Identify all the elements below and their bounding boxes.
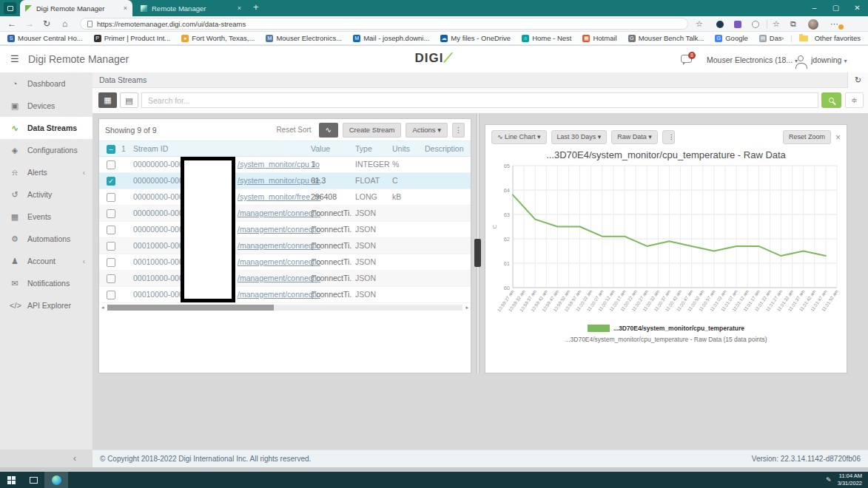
stream-id-link[interactable]: /system_monitor/cpu_te	[238, 176, 320, 185]
stream-id-link[interactable]: /system_monitor/cpu_lo	[238, 160, 320, 169]
scroll-left-icon[interactable]: ◂	[101, 304, 104, 311]
data-mode-dropdown[interactable]: Raw Data ▾	[611, 130, 658, 144]
sidebar-item-alerts[interactable]: ⍾Alerts‹	[0, 161, 92, 183]
filter-icon[interactable]: ≑	[845, 92, 864, 108]
row-checkbox[interactable]	[107, 258, 115, 267]
url-bar[interactable]: https://remotemanager.digi.com/ui/data-s…	[80, 18, 688, 30]
bookmarks-overflow-icon[interactable]: ›	[781, 34, 784, 42]
bookmark-item[interactable]: ▦Hotmail	[582, 34, 616, 42]
chart-more-options-icon[interactable]: ⋮	[662, 130, 675, 144]
window-minimize-button[interactable]: –	[804, 0, 825, 16]
bookmark-item[interactable]: ●Fort Worth, Texas,...	[181, 34, 255, 42]
forward-icon[interactable]: →	[25, 18, 34, 29]
sidebar-item-notifications[interactable]: ✉Notifications	[0, 272, 92, 294]
bookmark-item[interactable]: ▤Dashboard	[759, 34, 781, 42]
reset-zoom-button[interactable]: Reset Zoom	[783, 130, 831, 144]
stream-id-link[interactable]: /management/connectio	[238, 241, 320, 250]
sidebar-item-api-explorer[interactable]: </>API Explorer	[0, 294, 92, 316]
stream-id-link[interactable]: /management/connectio	[238, 209, 320, 217]
stream-id-link[interactable]: /management/connectio	[238, 290, 320, 299]
sidebar-item-dashboard[interactable]: ◔Dashboard	[0, 72, 92, 95]
browser-tab-inactive[interactable]: Remote Manager ×	[135, 0, 246, 16]
pen-icon[interactable]: ✎	[826, 476, 832, 484]
reload-icon[interactable]: ↻	[43, 18, 50, 29]
sidebar-item-activity[interactable]: ↺Activity	[0, 183, 92, 206]
extension-icon[interactable]	[716, 21, 724, 28]
column-header-stream-id[interactable]: Stream ID	[133, 144, 168, 153]
actions-dropdown[interactable]: Actions ▾	[406, 123, 448, 138]
create-stream-button[interactable]: Create Stream	[343, 123, 402, 138]
row-checkbox[interactable]	[107, 291, 115, 299]
browser-menu-icon[interactable]: ⋯	[830, 19, 838, 29]
column-header-units[interactable]: Units	[392, 144, 410, 153]
favorites-icon[interactable]: ☆	[773, 19, 780, 29]
scroll-right-icon[interactable]: ▸	[465, 304, 468, 311]
sidebar-item-automations[interactable]: ⚙Automations	[0, 228, 92, 250]
sidebar-item-configurations[interactable]: ◈Configurations	[0, 139, 92, 161]
column-header-description[interactable]: Description	[425, 144, 464, 153]
home-icon[interactable]: ⌂	[62, 18, 67, 29]
bookmark-item[interactable]: GMouser Bench Talk...	[628, 34, 704, 42]
reset-sort-link[interactable]: Reset Sort	[276, 126, 311, 134]
tab-close-icon[interactable]: ×	[238, 4, 241, 12]
close-chart-icon[interactable]: ×	[835, 132, 841, 143]
taskbar-clock[interactable]: 11:04 AM 3/31/2022	[838, 472, 862, 487]
bookmark-item[interactable]: ☁My files - OneDrive	[440, 34, 511, 42]
page-info-icon[interactable]	[87, 21, 92, 27]
table-row[interactable]: ✓00000000-00000000/system_monitor/cpu_te…	[99, 173, 471, 189]
favorite-star-icon[interactable]: ☆	[696, 19, 703, 29]
browser-tab-active[interactable]: Digi Remote Manager ×	[20, 0, 132, 16]
sidebar-item-account[interactable]: ♟Account‹	[0, 250, 92, 272]
row-checkbox[interactable]	[107, 160, 115, 169]
bookmark-item[interactable]: GGoogle	[715, 34, 748, 42]
more-options-icon[interactable]: ⋮	[452, 123, 465, 138]
sidebar-item-events[interactable]: ▦Events	[0, 206, 92, 228]
row-checkbox[interactable]	[107, 209, 115, 218]
column-header-type[interactable]: Type	[355, 144, 372, 153]
row-checkbox[interactable]	[107, 242, 115, 251]
bookmark-item[interactable]: ⌂Home - Nest	[522, 34, 571, 42]
table-row[interactable]: 00000000-00000000/system_monitor/cpu_lo1…	[99, 157, 471, 173]
search-button[interactable]	[821, 92, 841, 108]
grid-view-button[interactable]: ▦	[98, 92, 117, 108]
table-row[interactable]: 00010000-00000000/management/connectio{"…	[99, 238, 471, 254]
extension-icon[interactable]	[752, 21, 759, 28]
bookmark-item[interactable]: PPrimer | Product Int...	[94, 34, 171, 42]
splitter-drag-handle[interactable]	[474, 239, 481, 267]
chart-type-dropdown[interactable]: ∿ Line Chart ▾	[491, 130, 547, 144]
table-row[interactable]: 00000000-00000000/management/connectio{"…	[99, 206, 471, 222]
time-range-dropdown[interactable]: Last 30 Days ▾	[551, 130, 608, 144]
list-view-button[interactable]: ▤	[120, 92, 138, 108]
refresh-button[interactable]: ↻	[847, 72, 868, 88]
task-view-button[interactable]	[22, 472, 44, 488]
bookmark-item[interactable]: SMouser Central Ho...	[7, 34, 83, 42]
window-close-button[interactable]: ✕	[847, 0, 868, 16]
stream-id-link[interactable]: /system_monitor/free_m	[238, 192, 321, 201]
new-tab-button[interactable]: +	[253, 1, 259, 13]
sidebar-collapse-button[interactable]: ‹	[0, 450, 92, 467]
table-row[interactable]: 00000000-00000000/system_monitor/free_m2…	[99, 189, 471, 206]
bookmark-item[interactable]: MMail - joseph.downi...	[353, 34, 429, 42]
organization-dropdown[interactable]: Mouser Electronics (18... ▾	[707, 55, 798, 64]
sidebar-item-data-streams[interactable]: ∿Data Streams	[0, 117, 92, 139]
row-checkbox[interactable]: ✓	[107, 177, 115, 186]
table-row[interactable]: 00010000-00000000/management/connectio{"…	[99, 287, 471, 303]
stream-id-link[interactable]: /management/connectio	[238, 274, 320, 282]
edge-taskbar-icon[interactable]	[44, 472, 68, 488]
select-all-checkbox[interactable]: –	[107, 145, 115, 154]
back-icon[interactable]: ←	[7, 18, 16, 29]
other-favorites[interactable]: Other favorites	[815, 34, 861, 42]
collections-icon[interactable]: ⧉	[790, 19, 796, 29]
horizontal-scrollbar[interactable]: ◂ ▸	[99, 304, 471, 311]
window-maximize-button[interactable]: ▢	[825, 0, 847, 16]
stream-id-link[interactable]: /management/connectio	[238, 225, 320, 234]
extension-icon[interactable]	[734, 21, 741, 28]
profile-avatar[interactable]	[808, 19, 818, 30]
hamburger-menu-icon[interactable]: ☰	[10, 53, 19, 64]
windows-start-button[interactable]	[0, 472, 22, 488]
row-checkbox[interactable]	[107, 226, 115, 234]
table-row[interactable]: 00010000-00000000/management/connectio{"…	[99, 271, 471, 287]
table-row[interactable]: 00000000-00000000/management/connectio{"…	[99, 222, 471, 238]
user-dropdown[interactable]: jdowning ▾	[811, 55, 847, 64]
stream-id-link[interactable]: /management/connectio	[238, 257, 320, 266]
